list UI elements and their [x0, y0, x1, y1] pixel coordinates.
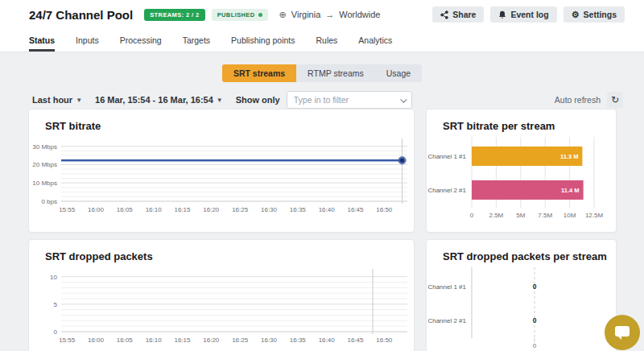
header: 24/7 Channel Pool STREAMS: 2 / 2 PUBLISH… — [0, 0, 644, 29]
svg-text:0 bps: 0 bps — [41, 198, 57, 205]
stream-tab-rtmp-streams[interactable]: RTMP streams — [296, 64, 375, 82]
published-status-badge: PUBLISHED — [212, 9, 268, 21]
svg-text:16:25: 16:25 — [232, 337, 249, 344]
srt-dropped-packets-chart: 051015:5516:0016:0516:1016:1516:2016:251… — [29, 264, 414, 351]
main-tabs: StatusInputsProcessingTargetsPublishing … — [0, 29, 644, 52]
filter-row: Last hour ▼ 16 Mar, 15:54 - 16 Mar, 16:5… — [0, 90, 644, 109]
chevron-down-icon — [400, 96, 407, 102]
svg-text:16:15: 16:15 — [174, 337, 191, 344]
srt-dropped-packets-svg: 051015:5516:0016:0516:1016:1516:2016:251… — [29, 264, 415, 351]
svg-text:15:55: 15:55 — [59, 337, 76, 344]
srt-dropped-packets-per-stream-svg: 000Channel 1 #1Channel 2 #1 — [427, 262, 617, 351]
stream-tab-srt-streams[interactable]: SRT streams — [222, 64, 296, 82]
chart-title: SRT dropped packets per stream — [427, 240, 616, 262]
srt-bitrate-svg: 0 bps10 Mbps20 Mbps30 Mbps15:5516:0016:0… — [29, 134, 415, 224]
svg-text:7.5M: 7.5M — [538, 212, 552, 219]
status-dot-icon — [258, 13, 262, 17]
svg-text:16:35: 16:35 — [290, 337, 307, 344]
svg-text:15:55: 15:55 — [59, 206, 76, 213]
tab-targets[interactable]: Targets — [183, 29, 210, 52]
svg-text:10M: 10M — [564, 212, 576, 219]
srt-dropped-packets-card: SRT dropped packets 051015:5516:0016:051… — [28, 239, 415, 351]
bell-icon — [498, 10, 506, 19]
svg-text:16:05: 16:05 — [117, 337, 134, 344]
tab-rules[interactable]: Rules — [316, 29, 337, 52]
svg-text:5: 5 — [54, 301, 58, 308]
auto-refresh-label: Auto refresh — [555, 95, 601, 105]
chat-bubble-icon — [615, 326, 630, 337]
tab-processing[interactable]: Processing — [120, 29, 162, 52]
tab-inputs[interactable]: Inputs — [76, 29, 99, 52]
svg-text:Channel 2 #1: Channel 2 #1 — [427, 187, 466, 194]
region-info: ⊕ Virginia → Worldwide — [279, 10, 381, 20]
page-title: 24/7 Channel Pool — [29, 8, 133, 22]
date-range-dropdown[interactable]: 16 Mar, 15:54 - 16 Mar, 16:54 ▼ — [95, 95, 223, 105]
svg-text:16:15: 16:15 — [174, 206, 191, 213]
chat-widget-button[interactable] — [605, 315, 640, 350]
svg-text:16:10: 16:10 — [146, 206, 163, 213]
published-label: PUBLISHED — [217, 11, 255, 19]
gear-icon: ⚙ — [572, 10, 580, 19]
svg-text:16:30: 16:30 — [261, 337, 278, 344]
event-log-button-label: Event log — [510, 10, 548, 19]
time-range-dropdown[interactable]: Last hour ▼ — [32, 95, 82, 105]
svg-text:16:20: 16:20 — [203, 337, 220, 344]
share-button[interactable]: Share — [432, 6, 484, 23]
share-button-label: Share — [452, 10, 476, 19]
svg-text:16:25: 16:25 — [232, 206, 249, 213]
srt-bitrate-card: SRT bitrate 0 bps10 Mbps20 Mbps30 Mbps15… — [28, 109, 415, 233]
svg-text:10: 10 — [50, 274, 57, 281]
svg-text:11.3 M: 11.3 M — [560, 153, 579, 160]
svg-text:5M: 5M — [516, 212, 525, 219]
srt-bitrate-per-stream-card: SRT bitrate per stream 11.3 M11.4 M02.5M… — [426, 109, 617, 233]
svg-text:16:05: 16:05 — [117, 206, 134, 213]
stream-type-tabs: SRT streamsRTMP streamsUsage — [222, 64, 422, 82]
svg-text:Channel 1 #1: Channel 1 #1 — [427, 153, 466, 160]
chevron-down-icon: ▼ — [76, 97, 82, 104]
show-only-label: Show only — [236, 95, 280, 105]
svg-text:0: 0 — [54, 328, 58, 336]
stream-filter-select[interactable]: Type in to filter — [287, 91, 412, 109]
chart-title: SRT bitrate — [29, 109, 414, 132]
chart-title: SRT dropped packets — [29, 240, 414, 262]
chevron-down-icon: ▼ — [217, 97, 223, 104]
svg-text:10 Mbps: 10 Mbps — [32, 180, 57, 187]
srt-bitrate-per-stream-chart: 11.3 M11.4 M02.5M5M7.5M10M12.5MChannel 1… — [427, 132, 616, 237]
svg-text:2.5M: 2.5M — [489, 212, 504, 219]
svg-text:20 Mbps: 20 Mbps — [32, 161, 57, 168]
svg-text:Channel 2 #1: Channel 2 #1 — [427, 317, 466, 324]
share-icon — [440, 10, 448, 19]
svg-text:16:50: 16:50 — [376, 337, 393, 344]
destination-name: Worldwide — [339, 10, 380, 19]
tab-status[interactable]: Status — [29, 29, 55, 52]
svg-text:16:00: 16:00 — [88, 206, 105, 213]
chart-title: SRT bitrate per stream — [427, 109, 616, 132]
svg-text:0: 0 — [470, 212, 474, 219]
arrow-right-icon: → — [325, 10, 334, 19]
svg-text:16:40: 16:40 — [319, 206, 336, 213]
srt-dropped-packets-per-stream-chart: 000Channel 1 #1Channel 2 #1 — [427, 262, 616, 351]
svg-text:12.5M: 12.5M — [585, 212, 604, 219]
svg-text:0: 0 — [533, 283, 537, 291]
svg-text:16:45: 16:45 — [347, 337, 364, 344]
svg-text:11.4 M: 11.4 M — [561, 187, 580, 194]
svg-text:30 Mbps: 30 Mbps — [32, 143, 57, 151]
tab-publishing-points[interactable]: Publishing points — [231, 29, 295, 52]
svg-text:16:40: 16:40 — [319, 337, 336, 344]
svg-text:16:30: 16:30 — [261, 206, 278, 213]
settings-button-label: Settings — [584, 10, 617, 19]
stream-tab-usage[interactable]: Usage — [375, 64, 422, 82]
globe-icon: ⊕ — [279, 10, 287, 20]
svg-text:0: 0 — [533, 342, 537, 349]
srt-dropped-packets-per-stream-card: SRT dropped packets per stream 000Channe… — [426, 239, 617, 351]
settings-button[interactable]: ⚙ Settings — [564, 6, 625, 23]
srt-bitrate-chart: 0 bps10 Mbps20 Mbps30 Mbps15:5516:0016:0… — [29, 134, 414, 227]
time-range-value: Last hour — [32, 95, 72, 105]
event-log-button[interactable]: Event log — [490, 6, 556, 23]
svg-text:16:10: 16:10 — [146, 337, 163, 344]
refresh-button[interactable]: ↻ — [607, 92, 623, 108]
stream-filter-placeholder: Type in to filter — [294, 95, 349, 105]
svg-text:16:45: 16:45 — [347, 206, 364, 213]
svg-text:16:00: 16:00 — [88, 337, 105, 344]
tab-analytics[interactable]: Analytics — [358, 29, 392, 52]
